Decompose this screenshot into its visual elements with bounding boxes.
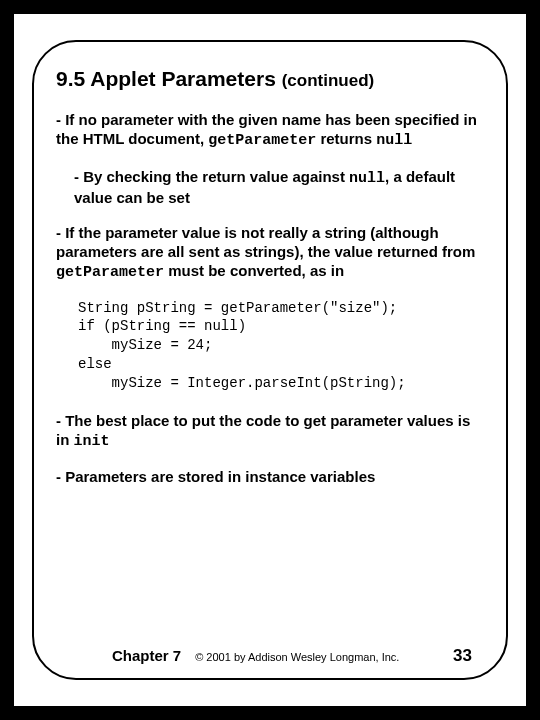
page-number: 33 bbox=[453, 646, 480, 666]
slide-frame: 9.5 Applet Parameters (continued) - If n… bbox=[32, 40, 508, 680]
title-main: 9.5 Applet Parameters bbox=[56, 67, 276, 90]
bullet-3: - If the parameter value is not really a… bbox=[56, 223, 484, 283]
bullet-2: - By checking the return value against n… bbox=[56, 167, 484, 207]
bullet-2-code1: null bbox=[349, 170, 385, 187]
bullet-4-code1: init bbox=[74, 433, 110, 450]
bullet-4-pre: - The best place to put the code to get … bbox=[56, 412, 470, 448]
bullet-3-code1: getParameter bbox=[56, 264, 164, 281]
bullet-5-text: - Parameters are stored in instance vari… bbox=[56, 468, 375, 485]
bullet-4: - The best place to put the code to get … bbox=[56, 411, 484, 451]
bullet-3-post: must be converted, as in bbox=[164, 262, 344, 279]
bullet-1-mid: returns bbox=[316, 130, 376, 147]
footer: Chapter 7 © 2001 by Addison Wesley Longm… bbox=[34, 646, 506, 666]
title-continued: (continued) bbox=[282, 71, 375, 90]
code-block: String pString = getParameter("size"); i… bbox=[56, 299, 484, 393]
slide-title: 9.5 Applet Parameters (continued) bbox=[56, 66, 484, 92]
bullet-1: - If no parameter with the given name ha… bbox=[56, 110, 484, 150]
bullet-3-pre: - If the parameter value is not really a… bbox=[56, 224, 475, 260]
footer-copyright: © 2001 by Addison Wesley Longman, Inc. bbox=[195, 651, 439, 663]
page: 9.5 Applet Parameters (continued) - If n… bbox=[14, 14, 526, 706]
bullet-2-pre: - By checking the return value against bbox=[74, 168, 349, 185]
bullet-1-code1: getParameter bbox=[208, 132, 316, 149]
footer-chapter: Chapter 7 bbox=[112, 647, 181, 664]
bullet-1-code2: null bbox=[376, 132, 412, 149]
bullet-5: - Parameters are stored in instance vari… bbox=[56, 467, 484, 486]
